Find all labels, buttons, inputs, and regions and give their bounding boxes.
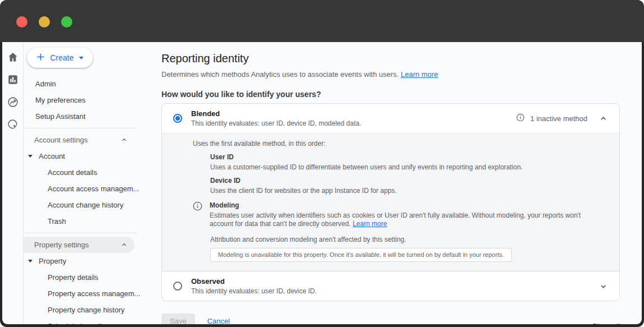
blended-option-row[interactable]: Blended This identity evaluates: user ID… — [162, 104, 619, 133]
caret-down-icon[interactable] — [28, 155, 33, 158]
sidebar-item-label: Account access managem... — [48, 185, 139, 193]
sidebar-item-label: Property details — [48, 273, 98, 282]
window-controls — [16, 16, 72, 27]
sidebar-item-label: Account change history — [48, 201, 123, 209]
sidebar-item-label: Property change history — [48, 306, 124, 314]
tree-item-label: Property — [39, 257, 66, 265]
page-subtitle-text: Determines which methods Analytics uses … — [161, 70, 399, 79]
chevron-up-icon[interactable] — [121, 137, 127, 143]
create-button[interactable]: Create — [27, 48, 93, 68]
sidebar-item-label: Setup Assistant — [35, 112, 86, 121]
sidebar-divider — [25, 128, 137, 128]
identify-users-question: How would you like to identify your user… — [161, 90, 642, 99]
cancel-button[interactable]: Cancel — [207, 317, 230, 324]
sidebar-item-account-change-history[interactable]: Account change history — [24, 197, 152, 213]
sidebar-item-property-access-management[interactable]: Property access managem... — [24, 285, 152, 302]
advertising-icon[interactable] — [7, 118, 19, 131]
observed-description: This identity evaluates: user ID, device… — [191, 287, 317, 295]
method-device-id: Device ID Uses the client ID for website… — [210, 177, 597, 195]
blended-radio[interactable] — [173, 114, 182, 123]
create-button-label: Create — [50, 53, 73, 62]
tree-item-property[interactable]: Property — [24, 253, 152, 269]
method-user-id: User ID Uses a customer-supplied ID to d… — [210, 153, 597, 172]
blended-details-section: Uses the first available method, in this… — [162, 133, 619, 271]
info-icon[interactable] — [516, 113, 525, 123]
method-name: Modeling — [210, 201, 597, 210]
sidebar-divider — [25, 233, 137, 233]
sidebar-item-label: My preferences — [35, 96, 86, 104]
tree-item-account[interactable]: Account — [24, 148, 152, 164]
blended-description: This identity evaluates: user ID, device… — [191, 119, 362, 127]
show-all-link[interactable]: Show all — [592, 322, 620, 324]
page-title: Reporting identity — [161, 52, 642, 65]
zoom-window-button[interactable] — [61, 16, 72, 27]
close-window-button[interactable] — [16, 16, 27, 27]
section-property-settings[interactable]: Property settings — [24, 237, 135, 253]
sidebar-item-account-details[interactable]: Account details — [24, 164, 152, 181]
sidebar-item-property-change-history[interactable]: Property change history — [24, 302, 152, 318]
chevron-down-icon[interactable] — [600, 283, 607, 290]
analytics-admin-page: Create Admin My preferences Setup Assist… — [2, 42, 642, 324]
reporting-identity-panel: Reporting identity Determines which meth… — [152, 42, 642, 324]
sidebar-item-label: Admin — [35, 80, 56, 88]
page-subtitle: Determines which methods Analytics uses … — [161, 70, 642, 79]
save-button[interactable]: Save — [161, 314, 195, 324]
method-description: Uses a customer-supplied ID to different… — [210, 163, 597, 172]
home-icon[interactable] — [7, 51, 19, 63]
create-dropdown-caret-icon[interactable] — [79, 57, 84, 59]
sidebar-item-admin[interactable]: Admin — [24, 76, 152, 92]
admin-sidebar: Create Admin My preferences Setup Assist… — [24, 42, 152, 324]
section-account-settings[interactable]: Account settings — [24, 132, 135, 148]
tree-item-label: Account — [39, 152, 65, 160]
caret-down-icon[interactable] — [28, 260, 33, 262]
sidebar-item-scheduled-emails[interactable]: Scheduled emails — [24, 318, 152, 324]
observed-label: Observed — [191, 277, 317, 285]
sidebar-item-label: Trash — [48, 217, 66, 225]
sidebar-item-trash[interactable]: Trash — [24, 213, 152, 229]
sidebar-item-label: Property access managem... — [48, 289, 140, 298]
explore-icon[interactable] — [7, 96, 19, 108]
minimize-window-button[interactable] — [39, 16, 50, 27]
observed-radio[interactable] — [173, 282, 182, 291]
observed-option-row[interactable]: Observed This identity evaluates: user I… — [162, 271, 619, 301]
attribution-note: Attribution and conversion modeling aren… — [210, 236, 597, 244]
section-header-label: Account settings — [34, 136, 87, 144]
sidebar-item-label: Scheduled emails — [48, 322, 105, 324]
inactive-method-badge: 1 inactive method — [530, 114, 587, 123]
app-window: Create Admin My preferences Setup Assist… — [0, 0, 644, 327]
modeling-description: Estimates user activity when identifiers… — [210, 211, 597, 228]
section-header-label: Property settings — [34, 241, 89, 249]
learn-more-link[interactable]: Learn more — [353, 220, 387, 228]
chevron-up-icon[interactable] — [600, 115, 607, 122]
chevron-up-icon[interactable] — [121, 242, 127, 248]
left-nav-rail — [2, 42, 24, 324]
identity-options-card: Blended This identity evaluates: user ID… — [161, 103, 620, 301]
modeling-description-text: Estimates user activity when identifiers… — [210, 211, 581, 228]
info-icon[interactable] — [193, 201, 202, 228]
method-description: Uses the client ID for websites or the a… — [210, 187, 597, 195]
details-intro: Uses the first available method, in this… — [193, 140, 597, 148]
method-name: Device ID — [210, 177, 597, 185]
method-name: User ID — [210, 153, 597, 162]
sidebar-item-account-access-management[interactable]: Account access managem... — [24, 181, 152, 197]
reports-icon[interactable] — [7, 73, 19, 86]
sidebar-item-property-details[interactable]: Property details — [24, 269, 152, 285]
sidebar-item-my-preferences[interactable]: My preferences — [24, 92, 152, 108]
blended-label: Blended — [191, 109, 362, 118]
modeling-status-box: Modeling is unavailable for this propert… — [210, 248, 512, 262]
sidebar-item-label: Account details — [48, 168, 97, 177]
learn-more-link[interactable]: Learn more — [401, 70, 438, 79]
sidebar-item-setup-assistant[interactable]: Setup Assistant — [24, 108, 152, 125]
plus-icon — [36, 53, 45, 63]
window-titlebar — [0, 0, 644, 42]
method-modeling: Modeling Estimates user activity when id… — [193, 201, 597, 228]
